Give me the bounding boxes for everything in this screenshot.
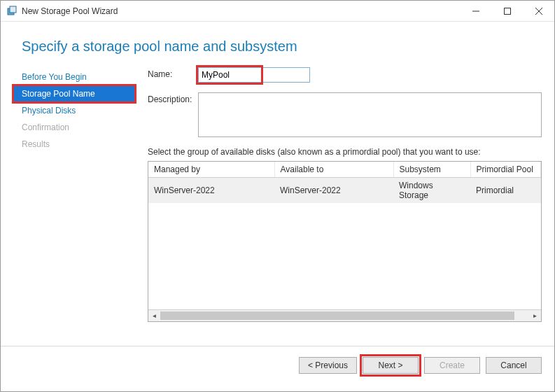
wizard-footer: < Previous Next > Create Cancel (1, 346, 554, 384)
window-title: New Storage Pool Wizard (22, 6, 460, 16)
heading-area: Specify a storage pool name and subsyste… (1, 22, 554, 67)
name-label: Name: (148, 67, 198, 79)
svg-rect-3 (504, 8, 510, 14)
previous-button[interactable]: < Previous (299, 357, 357, 374)
table-row[interactable]: WinServer-2022 WinServer-2022 Windows St… (148, 178, 541, 204)
col-available-to[interactable]: Available to (274, 162, 393, 178)
window-controls (460, 1, 554, 21)
wizard-steps-sidebar: Before You Begin Storage Pool Name Physi… (13, 67, 135, 346)
minimize-button[interactable] (460, 1, 491, 21)
form-area: Name: Description: Select the group of a… (135, 67, 542, 346)
scroll-thumb[interactable] (160, 312, 514, 320)
step-physical-disks[interactable]: Physical Disks (13, 102, 135, 119)
cancel-button[interactable]: Cancel (486, 357, 542, 374)
title-bar: New Storage Pool Wizard (1, 1, 554, 22)
next-button[interactable]: Next > (363, 357, 419, 374)
cell-managed-by: WinServer-2022 (148, 178, 274, 204)
main-content: Before You Begin Storage Pool Name Physi… (1, 67, 554, 346)
name-input[interactable] (198, 67, 310, 83)
app-icon (6, 6, 17, 17)
cell-subsystem: Windows Storage (393, 178, 470, 204)
step-before-you-begin[interactable]: Before You Begin (13, 69, 135, 85)
col-managed-by[interactable]: Managed by (148, 162, 274, 178)
scroll-right-arrow[interactable]: ► (529, 310, 541, 322)
cell-available-to: WinServer-2022 (274, 178, 393, 204)
step-confirmation: Confirmation (13, 119, 135, 136)
col-subsystem[interactable]: Subsystem (393, 162, 470, 178)
step-results: Results (13, 136, 135, 153)
cell-primordial-pool: Primordial (470, 178, 541, 204)
svg-rect-1 (10, 6, 16, 13)
table-header-row: Managed by Available to Subsystem Primor… (148, 162, 541, 178)
col-primordial-pool[interactable]: Primordial Pool (470, 162, 541, 178)
close-button[interactable] (523, 1, 554, 21)
maximize-button[interactable] (491, 1, 523, 21)
description-input[interactable] (198, 92, 542, 137)
page-title: Specify a storage pool name and subsyste… (22, 38, 533, 55)
instruction-text: Select the group of available disks (als… (148, 147, 542, 157)
step-storage-pool-name[interactable]: Storage Pool Name (13, 85, 135, 102)
scroll-left-arrow[interactable]: ◄ (148, 310, 160, 322)
horizontal-scrollbar[interactable]: ◄ ► (148, 309, 541, 321)
primordial-pool-table: Managed by Available to Subsystem Primor… (148, 161, 542, 322)
create-button: Create (424, 357, 480, 374)
scroll-track[interactable] (160, 310, 529, 321)
description-label: Description: (148, 92, 198, 104)
